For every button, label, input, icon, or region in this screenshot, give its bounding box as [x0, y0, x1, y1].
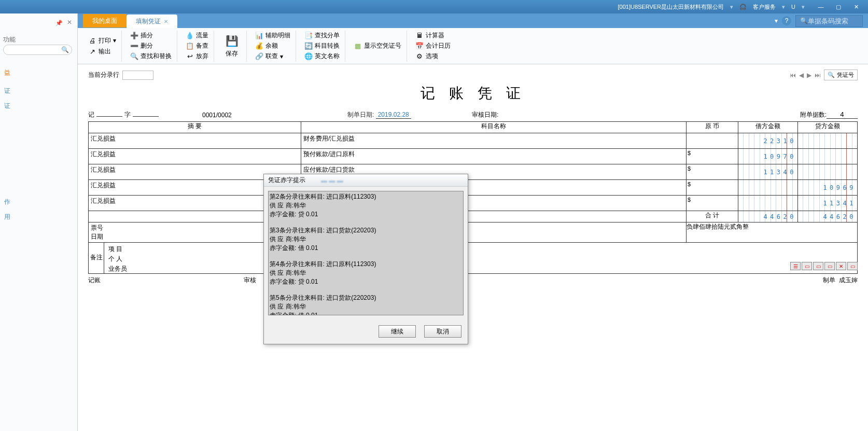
- mini-btn-4[interactable]: ▭: [824, 262, 835, 270]
- auditdate-label: 审核日期:: [472, 110, 800, 119]
- service-label[interactable]: 客户服务: [753, 3, 776, 11]
- voucher-table: 摘 要 科目名称 原 币 借方金额 贷方金额 汇兑损益财务费用/汇兑损益2231…: [88, 121, 858, 243]
- table-row[interactable]: 汇兑损益应付账款/进口货款$11340: [89, 164, 858, 180]
- nav-item-yi[interactable]: 益: [4, 65, 73, 80]
- empty-icon: ▦: [354, 42, 362, 50]
- lookup-icon: 🔗: [255, 52, 263, 61]
- maximize-button[interactable]: ▢: [834, 3, 843, 11]
- tabbar: 我的桌面 填制凭证✕ ▾ ? 🔍: [0, 13, 868, 28]
- calc-icon: 🖩: [415, 32, 424, 40]
- gear-icon: ⚙: [415, 52, 424, 61]
- remark-staff: 业务员: [108, 265, 127, 273]
- remark-person: 个 人: [108, 255, 127, 263]
- dialog-titlebar[interactable]: 凭证赤字提示 ▬ ▬ ▬: [264, 174, 468, 187]
- search-icon[interactable]: 🔍: [61, 46, 69, 53]
- balance-button[interactable]: 💰余额: [253, 41, 292, 51]
- detail-icon: 📊: [255, 32, 263, 40]
- insert-icon: ➕: [130, 32, 138, 40]
- nav-item-zh2[interactable]: 证: [4, 99, 73, 114]
- nav-item-yong[interactable]: 用: [4, 210, 73, 225]
- insert-button[interactable]: ➕插分: [128, 31, 174, 40]
- pin-icon[interactable]: 📌: [55, 20, 63, 26]
- print-button[interactable]: 🖨打印 ▾: [86, 36, 118, 46]
- table-row[interactable]: 汇兑损益预付账款/进口原料$10970: [89, 149, 858, 164]
- audit-button[interactable]: 📋备查: [184, 41, 211, 51]
- delete-button[interactable]: ➖删分: [128, 41, 174, 51]
- left-panel: 📌 ✕ 功能 🔍 益 证 证 作 用: [0, 13, 78, 431]
- mini-btn-2[interactable]: ▭: [802, 262, 812, 270]
- calendar-icon: 📅: [415, 42, 424, 50]
- curline-label: 当前分录行: [88, 71, 119, 79]
- balance-icon: 💰: [255, 42, 263, 50]
- remark-project: 项 目: [108, 245, 127, 254]
- dialog-title: 凭证赤字提示: [268, 176, 305, 185]
- chinese-amount: 负肆佰肆拾陆元贰角整: [687, 223, 858, 243]
- deficit-dialog: 凭证赤字提示 ▬ ▬ ▬ 继续 取消: [263, 174, 468, 344]
- makedate-value[interactable]: 2019.02.28: [376, 111, 411, 119]
- curline-input[interactable]: [122, 71, 153, 80]
- next-icon[interactable]: ▶: [807, 72, 811, 79]
- first-icon[interactable]: ⏮: [790, 72, 796, 79]
- nav-item-zh1[interactable]: 证: [4, 84, 73, 99]
- findsplit-button[interactable]: 📑查找分单: [302, 31, 342, 40]
- last-icon[interactable]: ⏭: [815, 72, 821, 79]
- headset-icon: 🎧: [739, 4, 747, 10]
- audit-icon: 📋: [186, 42, 194, 50]
- header-currency: 原 币: [687, 122, 738, 133]
- export-icon: ↗: [88, 47, 96, 55]
- close-button[interactable]: ✕: [851, 3, 861, 11]
- close-icon[interactable]: ✕: [164, 19, 168, 24]
- calc-button[interactable]: 🖩计算器: [413, 31, 453, 40]
- lookup-button[interactable]: 🔗联查 ▾: [253, 51, 292, 61]
- header-subject: 科目名称: [301, 122, 687, 133]
- func-label: 功能: [3, 35, 16, 44]
- showempty-button[interactable]: ▦显示空凭证号: [352, 41, 403, 51]
- subjswitch-button[interactable]: 🔄科目转换: [302, 41, 342, 51]
- acctcal-button[interactable]: 📅会计日历: [413, 41, 453, 51]
- toolbar: 🖨打印 ▾ ↗输出 ➕插分 ➖删分 🔍查找和替换 💧流量 📋备查 ↩放弃 💾保存…: [78, 28, 868, 64]
- search-icon: 🔍: [800, 17, 808, 24]
- dropdown-icon[interactable]: ▾: [775, 17, 778, 24]
- mini-toolbar: ☰ ▭ ▭ ▭ ✕ ▭: [790, 262, 858, 270]
- flow-icon: 💧: [186, 32, 194, 40]
- attach-input[interactable]: [827, 110, 858, 119]
- panel-close-icon[interactable]: ✕: [67, 19, 72, 26]
- barcode-search[interactable]: 🔍: [795, 15, 863, 27]
- help-icon[interactable]: ?: [782, 16, 791, 25]
- save-button[interactable]: 💾保存: [220, 34, 243, 58]
- table-row[interactable]: 汇兑损益财务费用/汇兑损益22310: [89, 133, 858, 149]
- prev-icon[interactable]: ◀: [799, 72, 804, 79]
- barcode-search-input[interactable]: [808, 17, 858, 25]
- continue-button[interactable]: 继续: [379, 325, 416, 338]
- lang-icon: 🌐: [304, 52, 313, 61]
- voucher-title: 记 账 凭 证: [88, 84, 858, 103]
- mini-btn-6[interactable]: ▭: [847, 262, 858, 270]
- maker-name: 成玉婶: [839, 276, 858, 284]
- findreplace-button[interactable]: 🔍查找和替换: [128, 51, 174, 61]
- tab-voucher[interactable]: 填制凭证✕: [127, 15, 177, 28]
- options-button[interactable]: ⚙选项: [413, 51, 453, 61]
- split-icon: 📑: [304, 32, 313, 40]
- total-credit: 44620: [823, 213, 856, 220]
- table-row[interactable]: 汇兑损益$11341: [89, 196, 858, 211]
- abandon-button[interactable]: ↩放弃: [184, 51, 211, 61]
- abandon-icon: ↩: [186, 52, 194, 61]
- tab-desktop[interactable]: 我的桌面: [83, 14, 127, 27]
- flow-button[interactable]: 💧流量: [184, 31, 211, 40]
- save-icon: 💾: [225, 34, 239, 48]
- mini-btn-5[interactable]: ✕: [836, 262, 846, 270]
- mini-btn-1[interactable]: ☰: [790, 262, 801, 270]
- footer-jz: 记账: [88, 276, 244, 285]
- minimize-button[interactable]: —: [816, 3, 825, 11]
- u-label[interactable]: U: [791, 4, 795, 10]
- engname-button[interactable]: 🌐英文名称: [302, 51, 342, 61]
- voucher-no-search[interactable]: 🔍 凭证号: [824, 69, 858, 80]
- output-button[interactable]: ↗输出: [86, 47, 118, 57]
- mini-btn-3[interactable]: ▭: [813, 262, 823, 270]
- content: 当前分录行 ⏮ ◀ ▶ ⏭ 🔍 凭证号 记 账 凭 证 记字 0001/0002…: [78, 64, 868, 431]
- nav-item-zuo[interactable]: 作: [4, 194, 73, 210]
- dialog-textarea[interactable]: [268, 191, 464, 315]
- cancel-button[interactable]: 取消: [424, 325, 461, 338]
- auxdetail-button[interactable]: 📊辅助明细: [253, 31, 292, 40]
- table-row[interactable]: 汇兑损益$10969: [89, 180, 858, 196]
